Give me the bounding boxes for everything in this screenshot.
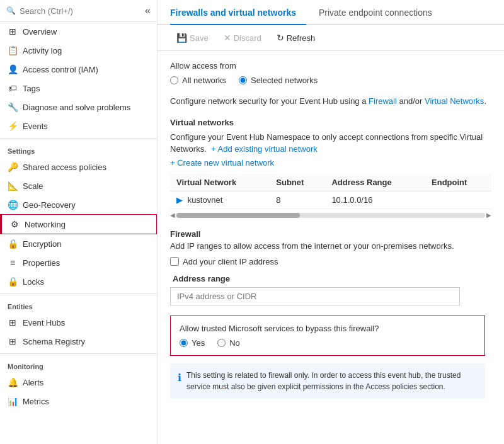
allow-access-section: Allow access from All networks Selected … (170, 61, 491, 85)
access-radio-group: All networks Selected networks (170, 76, 491, 85)
search-icon: 🔍 (6, 6, 16, 15)
radio-selected-networks[interactable]: Selected networks (239, 76, 318, 85)
geo-recovery-icon: 🌐 (8, 200, 18, 210)
info-text: Configure network security for your Even… (170, 96, 366, 106)
sidebar-item-label: Event Hubs (23, 318, 65, 327)
radio-all-networks-input[interactable] (170, 76, 178, 84)
sidebar-item-properties[interactable]: ≡ Properties (0, 253, 157, 272)
bypass-question: Allow trusted Microsoft services to bypa… (180, 324, 476, 333)
sidebar-item-label: Networking (25, 220, 66, 229)
sidebar-item-label: Access control (IAM) (23, 65, 98, 74)
sidebar-item-metrics[interactable]: 📊 Metrics (0, 392, 157, 411)
activity-log-icon: 📋 (8, 45, 18, 55)
add-existing-vnet-link[interactable]: + Add existing virtual network (209, 144, 317, 154)
bypass-yes-option[interactable]: Yes (180, 338, 205, 348)
sidebar-item-tags[interactable]: 🏷 Tags (0, 79, 157, 98)
sidebar: 🔍 « ⊞ Overview 📋 Activity log 👤 Access c… (0, 0, 158, 444)
tab-private-endpoints[interactable]: Private endpoint connections (319, 0, 442, 25)
networking-icon: ⚙ (9, 219, 20, 229)
info-link-box: Configure network security for your Even… (170, 95, 491, 108)
metrics-icon: 📊 (8, 396, 18, 406)
alerts-icon: 🔔 (8, 377, 18, 387)
create-new-vnet-link[interactable]: + Create new virtual network (170, 158, 274, 168)
toolbar: 💾 Save ✕ Discard ↻ Refresh (158, 25, 504, 51)
virtual-networks-link[interactable]: Virtual Networks (425, 96, 484, 106)
nav-entities: ⊞ Event Hubs ⊞ Schema Registry (0, 313, 157, 351)
cell-subnet: 8 (270, 191, 325, 208)
events-icon: ⚡ (8, 121, 18, 131)
save-button[interactable]: 💾 Save (170, 30, 215, 45)
info-and-text: and/or (399, 96, 424, 106)
divider-monitoring (0, 353, 157, 354)
refresh-label: Refresh (287, 33, 316, 43)
table-header-row: Virtual Network Subnet Address Range End… (170, 174, 491, 191)
scroll-track[interactable] (176, 213, 485, 218)
properties-icon: ≡ (8, 258, 18, 268)
sidebar-item-networking[interactable]: ⚙ Networking (0, 214, 157, 234)
radio-selected-networks-input[interactable] (239, 76, 247, 84)
refresh-button[interactable]: ↻ Refresh (270, 30, 322, 45)
sidebar-item-access-control[interactable]: 👤 Access control (IAM) (0, 60, 157, 79)
cell-address-range: 10.1.0.0/16 (325, 191, 425, 208)
info-icon: ℹ (178, 370, 181, 385)
vnet-section-title: Virtual networks (170, 118, 491, 127)
col-virtual-network: Virtual Network (170, 174, 270, 191)
bypass-no-label: No (229, 338, 240, 348)
sidebar-item-alerts[interactable]: 🔔 Alerts (0, 373, 157, 392)
sidebar-item-diagnose[interactable]: 🔧 Diagnose and solve problems (0, 98, 157, 117)
col-subnet: Subnet (270, 174, 325, 191)
vnet-desc: Configure your Event Hub Namespace to on… (170, 131, 491, 156)
radio-all-networks[interactable]: All networks (170, 76, 226, 85)
bypass-no-option[interactable]: No (217, 338, 240, 348)
address-range-input[interactable] (170, 287, 460, 305)
sidebar-item-label: Tags (23, 84, 40, 93)
divider-entities (0, 293, 157, 294)
table-row[interactable]: ▶ kustovnet 8 10.1.0.0/16 (170, 191, 491, 208)
sidebar-item-label: Activity log (23, 46, 62, 55)
save-label: Save (190, 33, 209, 43)
sidebar-item-label: Events (23, 122, 48, 131)
refresh-icon: ↻ (277, 33, 284, 43)
info-note-text: This setting is related to firewall only… (186, 370, 478, 392)
scroll-thumb (176, 213, 300, 218)
bypass-yes-label: Yes (192, 338, 205, 348)
sidebar-item-event-hubs[interactable]: ⊞ Event Hubs (0, 313, 157, 332)
client-ip-checkbox[interactable] (170, 257, 179, 266)
sidebar-item-label: Properties (23, 258, 60, 268)
discard-button[interactable]: ✕ Discard (217, 30, 268, 45)
event-hubs-icon: ⊞ (8, 317, 18, 327)
collapse-button[interactable]: « (145, 5, 151, 16)
firewall-link[interactable]: Firewall (369, 96, 397, 106)
sidebar-item-activity-log[interactable]: 📋 Activity log (0, 41, 157, 60)
sidebar-item-overview[interactable]: ⊞ Overview (0, 22, 157, 41)
search-input[interactable] (20, 6, 141, 16)
overview-icon: ⊞ (8, 26, 18, 37)
sidebar-item-scale[interactable]: 📐 Scale (0, 176, 157, 195)
sidebar-item-label: Metrics (23, 397, 49, 406)
expand-icon: ▶ (176, 195, 183, 205)
cell-virtual-network: ▶ kustovnet (170, 191, 270, 208)
sidebar-item-encryption[interactable]: 🔒 Encryption (0, 234, 157, 253)
firewall-title: Firewall (170, 229, 491, 239)
client-ip-label: Add your client IP address (183, 257, 278, 266)
access-control-icon: 👤 (8, 64, 18, 74)
bypass-no-radio[interactable] (217, 339, 226, 347)
sidebar-item-geo-recovery[interactable]: 🌐 Geo-Recovery (0, 195, 157, 214)
sidebar-item-label: Overview (23, 27, 57, 37)
tab-firewalls[interactable]: Firewalls and virtual networks (170, 0, 306, 25)
content-area: Allow access from All networks Selected … (158, 51, 504, 419)
search-bar[interactable]: 🔍 « (0, 0, 157, 22)
sidebar-item-events[interactable]: ⚡ Events (0, 117, 157, 135)
bypass-radio-group: Yes No (180, 338, 476, 348)
schema-registry-icon: ⊞ (8, 336, 18, 346)
client-ip-checkbox-row: Add your client IP address (170, 257, 491, 266)
sidebar-item-schema-registry[interactable]: ⊞ Schema Registry (0, 332, 157, 351)
sidebar-item-shared-access[interactable]: 🔑 Shared access policies (0, 157, 157, 176)
divider-settings (0, 138, 157, 139)
radio-selected-networks-label: Selected networks (251, 76, 318, 85)
entities-section-label: Entities (0, 297, 157, 313)
sidebar-item-label: Locks (23, 277, 44, 287)
scale-icon: 📐 (8, 181, 18, 191)
sidebar-item-locks[interactable]: 🔒 Locks (0, 272, 157, 291)
bypass-yes-radio[interactable] (180, 339, 188, 347)
